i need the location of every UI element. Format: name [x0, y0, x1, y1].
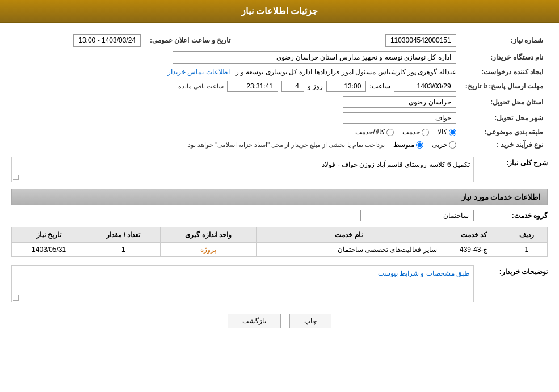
table-row: 1 ج-43-439 سایر فعالیت‌های تخصصی ساختمان…: [12, 243, 548, 257]
cell-date: 1403/05/31: [12, 243, 86, 257]
category-option-kala[interactable]: کالا: [438, 128, 456, 136]
group-label: گروه خدمت:: [474, 212, 548, 220]
process-jozii-label: جزیی: [432, 141, 447, 149]
need-number-value: 1103004542000151: [385, 34, 456, 47]
deadline-date: 1403/03/29: [394, 81, 456, 92]
category-radio-group: کالا خدمت کالا/خدمت: [16, 128, 456, 136]
category-option-kala-khedmat[interactable]: کالا/خدمت: [355, 128, 393, 136]
countdown-label: ساعت باقی مانده: [178, 83, 224, 90]
col-header-quantity: تعداد / مقدار: [86, 227, 161, 243]
group-value: ساختمان: [360, 210, 474, 221]
need-description-box: تکمیل 6 کلاسه روستای قاسم آباد زوزن خواف…: [11, 157, 474, 182]
buyer-resize-handle[interactable]: [13, 295, 19, 301]
creator-label: ایجاد کننده درخواست:: [461, 66, 548, 78]
category-kala-label: کالا: [438, 128, 447, 136]
services-section-title: اطلاعات خدمات مورد نیاز: [11, 189, 548, 205]
process-radio-group: جزیی متوسط: [393, 141, 456, 149]
deadline-time-label: ساعت:: [369, 82, 390, 90]
col-header-unit: واحد اندازه گیری: [161, 227, 256, 243]
city-value: خواف: [343, 112, 456, 124]
services-table: ردیف کد خدمت نام خدمت واحد اندازه گیری ت…: [11, 227, 548, 257]
contact-link[interactable]: اطلاعات تماس خریدار: [167, 68, 230, 76]
col-header-row-num: ردیف: [506, 227, 547, 243]
category-khedmat-label: خدمت: [402, 128, 420, 136]
col-header-service-code: کد خدمت: [442, 227, 506, 243]
need-number-label: شماره نیاز:: [461, 32, 548, 49]
process-radio-motavasset[interactable]: [416, 141, 423, 149]
process-note: پرداخت تمام یا بخشی از مبلغ خریدار از مح…: [186, 141, 385, 149]
process-motavasset-label: متوسط: [393, 141, 414, 149]
col-header-date: تاریخ نیاز: [12, 227, 86, 243]
announcement-label: تاریخ و ساعت اعلان عمومی:: [145, 32, 242, 49]
province-value: خراسان رضوی: [343, 96, 456, 108]
buyer-org-value: اداره کل نوسازی توسعه و تجهیز مدارس استا…: [173, 51, 456, 64]
group-row: گروه خدمت: ساختمان: [11, 210, 548, 221]
cell-quantity: 1: [86, 243, 161, 257]
cell-service-name: سایر فعالیت‌های تخصصی ساختمان: [256, 243, 442, 257]
process-option-motavasset[interactable]: متوسط: [393, 141, 423, 149]
need-description-label: شرح کلی نیاز:: [474, 157, 548, 167]
col-header-service-name: نام خدمت: [256, 227, 442, 243]
info-table: شماره نیاز: 1103004542000151 تاریخ و ساع…: [11, 32, 548, 151]
category-label: طبقه بندی موضوعی:: [461, 126, 548, 138]
cell-row-num: 1: [506, 243, 547, 257]
category-radio-kala[interactable]: [449, 129, 456, 136]
deadline-label: مهلت ارسال پاسخ: تا تاریخ:: [461, 78, 548, 94]
category-radio-khedmat[interactable]: [422, 129, 429, 136]
buyer-description-row: توضیحات خریدار: طبق مشخصات و شرایط پیوست: [11, 265, 548, 302]
deadline-days-label: روز و: [308, 82, 323, 90]
category-radio-kala-khedmat[interactable]: [386, 129, 394, 136]
need-description-value: تکمیل 6 کلاسه روستای قاسم آباد زوزن خواف…: [322, 161, 470, 168]
need-description-row: شرح کلی نیاز: تکمیل 6 کلاسه روستای قاسم …: [11, 157, 548, 182]
process-radio-jozii[interactable]: [449, 141, 456, 149]
buyer-org-label: نام دستگاه خریدار:: [461, 49, 548, 66]
creator-value: عبداله گوهری پور کارشناس مسئول امور قرار…: [236, 68, 456, 76]
page-title: جزئیات اطلاعات نیاز: [0, 0, 559, 23]
buyer-description-value: طبق مشخصات و شرایط پیوست: [378, 269, 470, 277]
deadline-days: 4: [281, 81, 304, 92]
city-label: شهر محل تحویل:: [461, 110, 548, 126]
countdown-value: 23:31:41: [227, 81, 278, 92]
announcement-value: 1403/03/24 - 13:00: [73, 34, 141, 47]
buyer-description-box: طبق مشخصات و شرایط پیوست: [11, 265, 474, 302]
category-option-khedmat[interactable]: خدمت: [402, 128, 429, 136]
province-label: استان محل تحویل:: [461, 94, 548, 110]
category-kala-khedmat-label: کالا/خدمت: [355, 128, 384, 136]
back-button[interactable]: بازگشت: [228, 314, 281, 328]
need-description-container: تکمیل 6 کلاسه روستای قاسم آباد زوزن خواف…: [11, 157, 474, 182]
buyer-description-container: طبق مشخصات و شرایط پیوست: [11, 265, 474, 302]
buyer-description-label: توضیحات خریدار:: [474, 265, 548, 276]
print-button[interactable]: چاپ: [289, 314, 331, 328]
deadline-time: 13:00: [326, 81, 366, 92]
resize-handle[interactable]: [13, 175, 19, 180]
process-label: نوع فرآیند خرید :: [461, 138, 548, 151]
cell-service-code: ج-43-439: [442, 243, 506, 257]
process-option-jozii[interactable]: جزیی: [432, 141, 456, 149]
cell-unit: پروژه: [161, 243, 256, 257]
footer-buttons: چاپ بازگشت: [11, 314, 548, 340]
